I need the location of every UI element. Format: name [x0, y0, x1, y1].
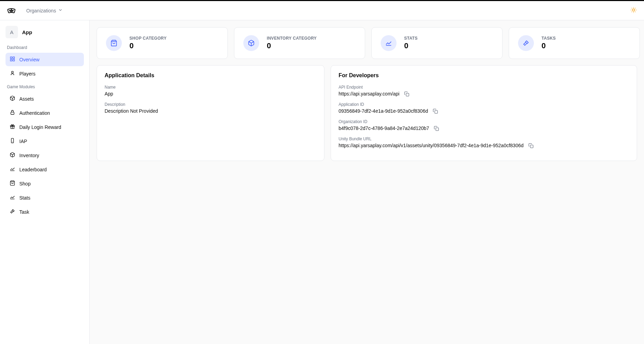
app-selector[interactable]: A App [6, 26, 84, 38]
sidebar-item-assets[interactable]: Assets [6, 92, 84, 105]
nav-label: Assets [19, 96, 34, 102]
card-title: Application Details [105, 72, 316, 79]
gift-icon [10, 124, 15, 130]
api-endpoint-value: https://api.yarsaplay.com/api [339, 91, 399, 97]
stat-card-inventory-category[interactable]: INVENTORY CATEGORY 0 [234, 27, 365, 59]
user-icon [10, 70, 15, 77]
stat-value: 0 [129, 41, 167, 50]
stat-label: TASKS [541, 36, 556, 41]
api-endpoint-label: API Endpoint [339, 85, 629, 90]
main-content: SHOP CATEGORY 0 INVENTORY CATEGORY 0 STA… [90, 20, 644, 344]
stat-label: INVENTORY CATEGORY [267, 36, 317, 41]
stat-label: STATS [404, 36, 418, 41]
sidebar-item-authentication[interactable]: Authentication [6, 106, 84, 120]
sidebar-item-shop[interactable]: Shop [6, 177, 84, 190]
stat-card-stats[interactable]: STATS 0 [371, 27, 502, 59]
description-label: Description [105, 102, 316, 107]
hammer-icon [518, 35, 534, 51]
copy-button[interactable] [404, 91, 409, 97]
nav-label: Authentication [19, 110, 50, 116]
trend-icon [10, 194, 15, 201]
cube-icon [10, 95, 15, 102]
unity-bundle-url-value: https://api.yarsaplay.com/api/v1/assets/… [339, 143, 524, 148]
copy-button[interactable] [528, 143, 534, 148]
organization-id-label: Organization ID [339, 119, 629, 124]
chevron-down-icon [58, 8, 63, 13]
nav-label: Overview [19, 57, 39, 62]
hammer-icon [10, 209, 15, 215]
organization-id-value: b4f9c078-2d7c-4786-9a84-2e7a24d120b7 [339, 125, 429, 131]
name-value: App [105, 91, 316, 97]
svg-point-4 [633, 9, 635, 11]
svg-rect-16 [13, 59, 14, 61]
application-id-value: 09356849-7df2-4e1a-9d1e-952a0cf8306d [339, 108, 428, 114]
nav-label: Inventory [19, 153, 39, 158]
cube-icon [243, 35, 259, 51]
nav-label: Players [19, 71, 36, 77]
sidebar-item-stats[interactable]: Stats [6, 191, 84, 204]
unity-bundle-url-label: Unity Bundle URL [339, 136, 629, 141]
nav-label: Daily Login Reward [19, 124, 61, 130]
svg-rect-14 [13, 57, 14, 59]
svg-line-7 [632, 8, 632, 8]
svg-point-17 [11, 71, 13, 73]
stat-value: 0 [267, 41, 317, 50]
trend-icon [381, 35, 397, 51]
sidebar-item-daily-login[interactable]: Daily Login Reward [6, 120, 84, 134]
organizations-dropdown[interactable]: Organizations [26, 8, 63, 13]
stat-value: 0 [541, 41, 556, 50]
nav-label: IAP [19, 139, 27, 144]
sidebar-item-task[interactable]: Task [6, 205, 84, 219]
copy-button[interactable] [433, 109, 438, 114]
stat-value: 0 [404, 41, 418, 50]
nav-label: Stats [19, 195, 30, 201]
svg-rect-13 [10, 57, 12, 59]
nav-label: Leaderboard [19, 167, 47, 172]
phone-icon [10, 138, 15, 144]
bag-icon [106, 35, 122, 51]
svg-rect-32 [406, 93, 409, 96]
sidebar-item-overview[interactable]: Overview [6, 53, 84, 66]
lock-icon [10, 110, 15, 116]
svg-rect-35 [530, 145, 533, 148]
card-title: For Developers [339, 72, 629, 79]
sidebar-item-iap[interactable]: IAP [6, 134, 84, 148]
application-details-card: Application Details Name App Description… [97, 65, 324, 161]
sidebar-item-leaderboard[interactable]: Leaderboard [6, 163, 84, 176]
nav-label: Shop [19, 181, 31, 186]
copy-button[interactable] [434, 126, 439, 131]
svg-rect-34 [436, 128, 439, 130]
svg-rect-15 [10, 59, 12, 61]
chart-icon [10, 166, 15, 173]
sidebar: A App Dashboard Overview Players Game Mo… [0, 20, 90, 344]
section-dashboard-label: Dashboard [7, 45, 84, 50]
app-logo [7, 6, 16, 15]
box-icon [10, 152, 15, 159]
sidebar-item-inventory[interactable]: Inventory [6, 149, 84, 162]
application-id-label: Application ID [339, 102, 629, 107]
sidebar-item-players[interactable]: Players [6, 67, 84, 80]
description-value: Description Not Provided [105, 108, 316, 114]
svg-point-3 [12, 10, 13, 11]
svg-rect-33 [435, 110, 438, 113]
svg-point-2 [10, 10, 10, 11]
nav-label: Task [19, 209, 29, 215]
app-name-label: App [22, 29, 32, 35]
topbar: Organizations [0, 1, 644, 20]
svg-line-8 [635, 11, 636, 12]
stat-card-tasks[interactable]: TASKS 0 [509, 27, 640, 59]
stat-card-shop-category[interactable]: SHOP CATEGORY 0 [97, 27, 228, 59]
theme-toggle[interactable] [630, 7, 637, 15]
dashboard-icon [10, 56, 15, 63]
svg-line-11 [632, 11, 632, 12]
for-developers-card: For Developers API Endpoint https://api.… [331, 65, 637, 161]
section-modules-label: Game Modules [7, 84, 84, 89]
bag-icon [10, 180, 15, 187]
app-initial-badge: A [6, 26, 18, 38]
stat-label: SHOP CATEGORY [129, 36, 167, 41]
svg-line-12 [635, 8, 636, 8]
name-label: Name [105, 85, 316, 90]
svg-rect-19 [11, 112, 14, 114]
organizations-label: Organizations [26, 8, 56, 13]
